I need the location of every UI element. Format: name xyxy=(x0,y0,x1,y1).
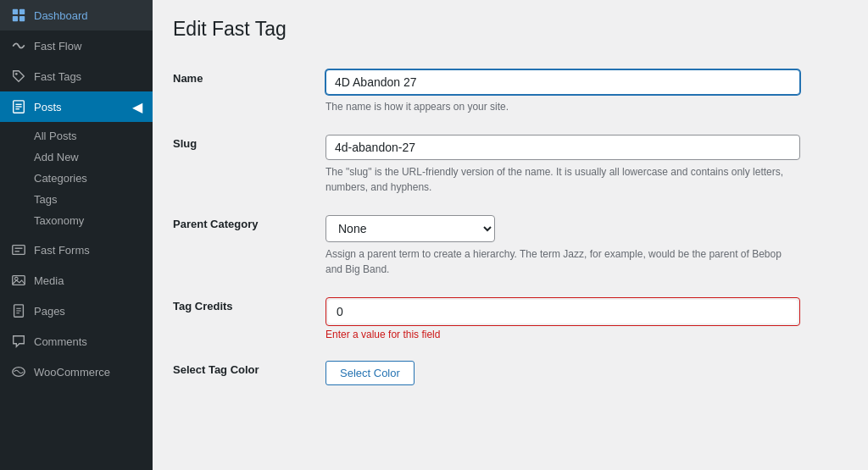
sidebar-item-woo-label: WooCommerce xyxy=(34,366,110,379)
sidebar-item-comments-label: Comments xyxy=(34,335,87,348)
pages-icon xyxy=(10,302,27,319)
sidebar-item-posts-label: Posts xyxy=(34,101,62,113)
comments-icon xyxy=(10,333,27,350)
parent-category-row: Parent Category None Assign a parent ter… xyxy=(173,205,848,287)
slug-input[interactable] xyxy=(326,135,800,160)
slug-row: Slug The "slug" is the URL-friendly vers… xyxy=(173,124,848,205)
parent-category-description: Assign a parent term to create a hierarc… xyxy=(326,246,800,277)
sidebar-item-fast-forms-label: Fast Forms xyxy=(34,244,90,257)
submenu-categories[interactable]: Categories xyxy=(0,168,153,189)
svg-rect-3 xyxy=(19,16,25,21)
tag-credits-error-wrapper xyxy=(326,297,800,326)
fast-tags-icon xyxy=(10,68,27,85)
slug-label: Slug xyxy=(173,124,326,205)
slug-field-cell: The "slug" is the URL-friendly version o… xyxy=(326,124,848,205)
parent-category-select[interactable]: None xyxy=(326,215,495,242)
name-field-cell: The name is how it appears on your site. xyxy=(326,59,848,124)
svg-rect-9 xyxy=(13,246,25,255)
name-label: Name xyxy=(173,59,326,124)
fast-flow-icon xyxy=(10,37,27,54)
sidebar-item-media[interactable]: Media xyxy=(0,265,153,296)
tag-credits-field-cell: Enter a value for this field xyxy=(326,287,848,351)
tag-credits-label: Tag Credits xyxy=(173,287,326,351)
slug-description: The "slug" is the URL-friendly version o… xyxy=(326,164,800,195)
submenu-add-new[interactable]: Add New xyxy=(0,147,153,168)
name-description: The name is how it appears on your site. xyxy=(326,99,800,114)
fast-forms-icon xyxy=(10,241,27,258)
svg-rect-0 xyxy=(13,9,18,14)
posts-submenu: All Posts Add New Categories Tags Taxono… xyxy=(0,122,153,235)
submenu-tags[interactable]: Tags xyxy=(0,189,153,210)
name-row: Name The name is how it appears on your … xyxy=(173,59,848,124)
select-tag-color-label: Select Tag Color xyxy=(173,351,326,395)
svg-rect-12 xyxy=(13,276,25,285)
tag-credits-row: Tag Credits Enter a value for this field xyxy=(173,287,848,351)
main-content: Edit Fast Tag Name The name is how it ap… xyxy=(153,0,868,470)
sidebar-item-media-label: Media xyxy=(34,274,64,287)
dashboard-icon xyxy=(10,7,27,24)
sidebar-item-fast-forms[interactable]: Fast Forms xyxy=(0,235,153,265)
select-color-button[interactable]: Select Color xyxy=(326,361,415,385)
sidebar-item-fast-tags[interactable]: Fast Tags xyxy=(0,61,153,91)
sidebar-item-dashboard-label: Dashboard xyxy=(34,9,88,22)
submenu-all-posts[interactable]: All Posts xyxy=(0,125,153,147)
submenu-taxonomy[interactable]: Taxonomy xyxy=(0,210,153,231)
media-icon xyxy=(10,272,27,289)
sidebar-item-dashboard[interactable]: Dashboard xyxy=(0,0,153,30)
tag-credits-input[interactable] xyxy=(328,300,798,323)
sidebar-item-woocommerce[interactable]: WooCommerce xyxy=(0,357,153,387)
page-title: Edit Fast Tag xyxy=(173,17,848,42)
name-input[interactable] xyxy=(326,69,800,95)
svg-point-4 xyxy=(15,73,18,75)
sidebar-item-comments[interactable]: Comments xyxy=(0,326,153,357)
sidebar: Dashboard Fast Flow Fast Tags Po xyxy=(0,0,153,470)
edit-form: Name The name is how it appears on your … xyxy=(173,59,848,395)
woo-icon xyxy=(10,363,27,380)
sidebar-item-pages[interactable]: Pages xyxy=(0,296,153,326)
sidebar-item-fast-flow-label: Fast Flow xyxy=(34,40,81,53)
sidebar-item-fast-tags-label: Fast Tags xyxy=(34,70,81,83)
tag-credits-error-message: Enter a value for this field xyxy=(326,329,848,340)
posts-arrow: ◀ xyxy=(132,99,142,115)
parent-category-field-cell: None Assign a parent term to create a hi… xyxy=(326,205,848,287)
svg-rect-1 xyxy=(19,9,25,14)
sidebar-item-pages-label: Pages xyxy=(34,305,65,318)
select-tag-color-row: Select Tag Color Select Color xyxy=(173,351,848,395)
posts-icon xyxy=(10,98,27,115)
svg-rect-2 xyxy=(13,16,18,21)
select-tag-color-field-cell: Select Color xyxy=(326,351,848,395)
parent-category-label: Parent Category xyxy=(173,205,326,287)
sidebar-item-fast-flow[interactable]: Fast Flow xyxy=(0,30,153,61)
sidebar-item-posts[interactable]: Posts ◀ xyxy=(0,91,153,122)
